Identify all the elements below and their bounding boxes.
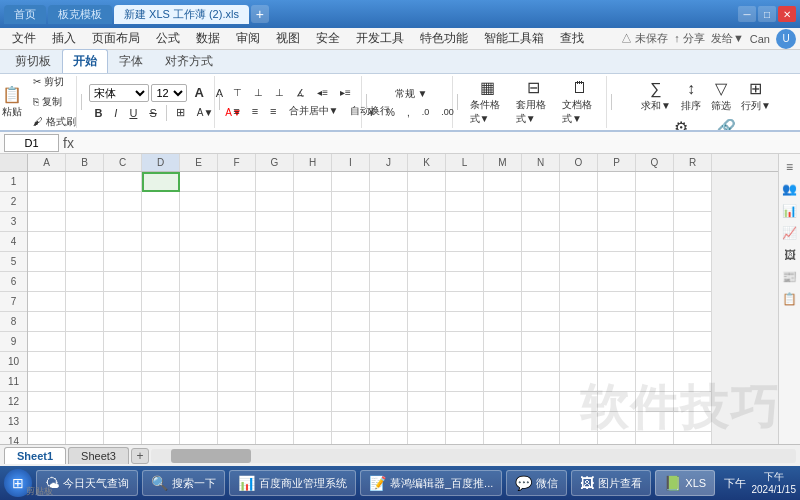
cell-P6[interactable] <box>598 272 636 292</box>
cell-G13[interactable] <box>256 412 294 432</box>
col-header-H[interactable]: H <box>294 154 332 171</box>
cell-Q5[interactable] <box>636 252 674 272</box>
cell-I11[interactable] <box>332 372 370 392</box>
taskbar-item-xls[interactable]: 📗 XLS <box>655 470 715 496</box>
cell-Q9[interactable] <box>636 332 674 352</box>
conditional-format-button[interactable]: ▦ 条件格式▼ <box>466 77 510 128</box>
cell-G1[interactable] <box>256 172 294 192</box>
cell-D13[interactable] <box>142 412 180 432</box>
cell-R7[interactable] <box>674 292 712 312</box>
cell-D2[interactable] <box>142 192 180 212</box>
currency-button[interactable]: ¥ <box>364 105 380 120</box>
cell-R10[interactable] <box>674 352 712 372</box>
cell-B2[interactable] <box>66 192 104 212</box>
cell-C13[interactable] <box>104 412 142 432</box>
merge-center-button[interactable]: 合并居中▼ <box>284 102 344 120</box>
cell-E12[interactable] <box>180 392 218 412</box>
cell-D11[interactable] <box>142 372 180 392</box>
menu-insert[interactable]: 插入 <box>44 28 84 49</box>
cell-I9[interactable] <box>332 332 370 352</box>
cell-E3[interactable] <box>180 212 218 232</box>
cell-M1[interactable] <box>484 172 522 192</box>
cell-C3[interactable] <box>104 212 142 232</box>
cell-B6[interactable] <box>66 272 104 292</box>
col-header-K[interactable]: K <box>408 154 446 171</box>
cell-reference-input[interactable] <box>4 134 59 152</box>
cell-K7[interactable] <box>408 292 446 312</box>
cell-G11[interactable] <box>256 372 294 392</box>
spreadsheet-grid[interactable] <box>28 172 778 444</box>
cell-H7[interactable] <box>294 292 332 312</box>
font-size-select[interactable]: 12 891011 14161820 <box>151 84 187 102</box>
cell-K12[interactable] <box>408 392 446 412</box>
cell-D7[interactable] <box>142 292 180 312</box>
cell-R13[interactable] <box>674 412 712 432</box>
cell-E5[interactable] <box>180 252 218 272</box>
cell-Q14[interactable] <box>636 432 674 444</box>
cell-Q6[interactable] <box>636 272 674 292</box>
cell-Q3[interactable] <box>636 212 674 232</box>
cell-G5[interactable] <box>256 252 294 272</box>
cell-N9[interactable] <box>522 332 560 352</box>
cell-B3[interactable] <box>66 212 104 232</box>
cell-P2[interactable] <box>598 192 636 212</box>
cell-K2[interactable] <box>408 192 446 212</box>
cell-C10[interactable] <box>104 352 142 372</box>
cell-L3[interactable] <box>446 212 484 232</box>
filter-button[interactable]: ▽ 筛选 <box>707 78 735 115</box>
cell-P12[interactable] <box>598 392 636 412</box>
cell-L14[interactable] <box>446 432 484 444</box>
cut-button[interactable]: ✂ 剪切 <box>28 74 81 91</box>
cell-J4[interactable] <box>370 232 408 252</box>
cell-Q4[interactable] <box>636 232 674 252</box>
cell-C5[interactable] <box>104 252 142 272</box>
cell-R4[interactable] <box>674 232 712 252</box>
cell-J10[interactable] <box>370 352 408 372</box>
cell-I14[interactable] <box>332 432 370 444</box>
cell-L13[interactable] <box>446 412 484 432</box>
col-header-G[interactable]: G <box>256 154 294 171</box>
cell-K6[interactable] <box>408 272 446 292</box>
cell-C1[interactable] <box>104 172 142 192</box>
right-panel-btn-5[interactable]: 🖼 <box>781 246 799 264</box>
align-center-button[interactable]: ≡ <box>247 103 263 119</box>
cell-F10[interactable] <box>218 352 256 372</box>
menu-file[interactable]: 文件 <box>4 28 44 49</box>
cell-M14[interactable] <box>484 432 522 444</box>
cell-E9[interactable] <box>180 332 218 352</box>
cell-J9[interactable] <box>370 332 408 352</box>
cell-F9[interactable] <box>218 332 256 352</box>
cell-L7[interactable] <box>446 292 484 312</box>
ribbon-tab-home[interactable]: 开始 <box>62 49 108 73</box>
cell-L1[interactable] <box>446 172 484 192</box>
cell-O4[interactable] <box>560 232 598 252</box>
cell-H14[interactable] <box>294 432 332 444</box>
cell-E13[interactable] <box>180 412 218 432</box>
send-btn[interactable]: 发给▼ <box>711 31 744 46</box>
comma-button[interactable]: , <box>402 105 415 120</box>
cell-G2[interactable] <box>256 192 294 212</box>
col-header-E[interactable]: E <box>180 154 218 171</box>
cell-A3[interactable] <box>28 212 66 232</box>
scroll-thumb[interactable] <box>171 449 251 463</box>
cell-K9[interactable] <box>408 332 446 352</box>
cell-R3[interactable] <box>674 212 712 232</box>
cell-P11[interactable] <box>598 372 636 392</box>
cell-F7[interactable] <box>218 292 256 312</box>
cell-F2[interactable] <box>218 192 256 212</box>
right-panel-btn-4[interactable]: 📈 <box>781 224 799 242</box>
right-panel-btn-6[interactable]: 📰 <box>781 268 799 286</box>
underline-button[interactable]: U <box>124 105 142 121</box>
cell-O1[interactable] <box>560 172 598 192</box>
cell-C14[interactable] <box>104 432 142 444</box>
table-format-button[interactable]: ⊟ 套用格式▼ <box>512 77 556 128</box>
cell-F4[interactable] <box>218 232 256 252</box>
col-header-A[interactable]: A <box>28 154 66 171</box>
cell-P3[interactable] <box>598 212 636 232</box>
cell-P1[interactable] <box>598 172 636 192</box>
cell-G4[interactable] <box>256 232 294 252</box>
cell-N11[interactable] <box>522 372 560 392</box>
cell-H5[interactable] <box>294 252 332 272</box>
menu-ai-tools[interactable]: 智能工具箱 <box>476 28 552 49</box>
cell-R5[interactable] <box>674 252 712 272</box>
